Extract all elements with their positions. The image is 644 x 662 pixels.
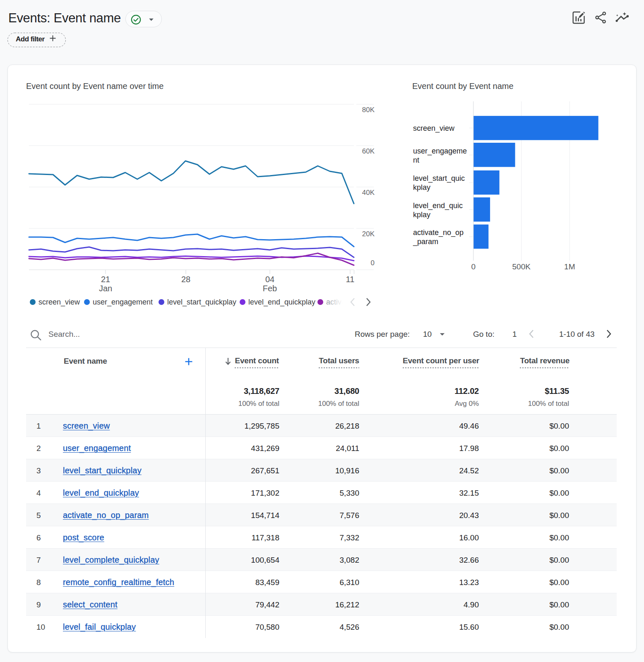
svg-text:28: 28 xyxy=(181,275,190,284)
svg-text:11: 11 xyxy=(346,275,355,284)
svg-text:user_engageme: user_engageme xyxy=(413,147,467,156)
svg-text:level_start_quic: level_start_quic xyxy=(413,174,465,183)
svg-text:0: 0 xyxy=(471,262,476,271)
svg-text:kplay: kplay xyxy=(413,183,430,192)
svg-text:screen_view: screen_view xyxy=(413,124,455,133)
svg-text:level_end_quic: level_end_quic xyxy=(413,201,463,210)
svg-text:40K: 40K xyxy=(362,189,375,197)
svg-text:04: 04 xyxy=(265,275,274,284)
svg-text:21: 21 xyxy=(101,275,110,284)
svg-text:kplay: kplay xyxy=(413,211,430,219)
svg-text:Feb: Feb xyxy=(263,284,277,293)
svg-text:nt: nt xyxy=(413,156,419,164)
svg-text:1M: 1M xyxy=(564,262,575,271)
svg-text:20K: 20K xyxy=(362,230,375,238)
svg-text:500K: 500K xyxy=(512,262,531,271)
svg-text:Jan: Jan xyxy=(99,284,112,293)
svg-text:80K: 80K xyxy=(362,106,375,114)
svg-text:0: 0 xyxy=(371,259,375,267)
svg-text:_param: _param xyxy=(413,237,438,246)
svg-text:activate_no_op: activate_no_op xyxy=(413,228,464,237)
svg-text:60K: 60K xyxy=(362,147,375,155)
